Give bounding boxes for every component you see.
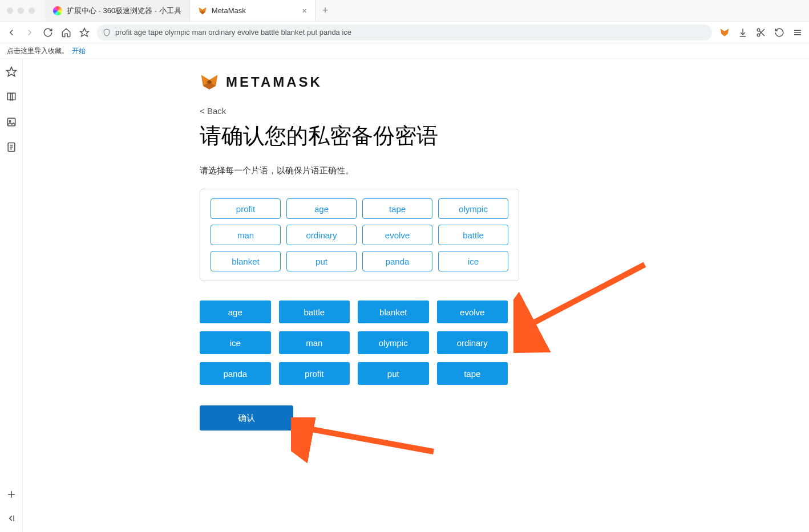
browser-toolbar: profit age tape olympic man ordinary evo… — [0, 22, 809, 43]
pool-word-button[interactable]: evolve — [437, 300, 508, 323]
notes-icon[interactable] — [6, 141, 17, 153]
tab-favicon-icon — [198, 6, 207, 15]
tab-title: 扩展中心 - 360极速浏览器 - 小工具 — [67, 6, 181, 16]
window-controls — [0, 7, 35, 14]
seed-chip[interactable]: blanket — [211, 251, 281, 271]
confirm-button[interactable]: 确认 — [200, 405, 293, 431]
tab-title: MetaMask — [212, 6, 294, 15]
browser-sidebar — [0, 59, 23, 532]
pool-word-button[interactable]: put — [358, 362, 429, 385]
reload-button[interactable] — [42, 27, 54, 38]
back-button[interactable] — [6, 27, 17, 38]
seed-chip[interactable]: evolve — [362, 225, 432, 245]
scissors-icon[interactable] — [755, 27, 767, 38]
pool-word-button[interactable]: blanket — [358, 300, 429, 323]
svg-rect-12 — [7, 118, 15, 125]
svg-line-27 — [302, 428, 434, 452]
address-bar[interactable]: profit age tape olympic man ordinary evo… — [97, 25, 712, 40]
fox-icon — [200, 73, 219, 91]
back-link[interactable]: < Back — [200, 106, 519, 116]
tab-strip: 扩展中心 - 360极速浏览器 - 小工具 MetaMask × + — [45, 0, 335, 21]
svg-marker-3 — [721, 29, 729, 36]
import-hint-text: 点击这里导入收藏。 — [7, 46, 68, 56]
svg-marker-11 — [6, 67, 16, 76]
maximize-window-button[interactable] — [29, 7, 35, 14]
pool-word-button[interactable]: ordinary — [437, 331, 508, 354]
undo-icon[interactable] — [774, 27, 785, 38]
seed-chip[interactable]: ordinary — [286, 225, 357, 245]
address-text: profit age tape olympic man ordinary evo… — [115, 28, 351, 36]
pool-word-button[interactable]: profit — [279, 362, 350, 385]
word-pool: age battle blanket evolve ice man olympi… — [200, 300, 508, 385]
pool-word-button[interactable]: age — [200, 300, 271, 323]
collapse-sidebar-icon[interactable] — [6, 513, 17, 524]
forward-button[interactable] — [24, 27, 35, 38]
page-content: METAMASK < Back 请确认您的私密备份密语 请选择每一个片语，以确保… — [23, 59, 809, 532]
pool-word-button[interactable]: ice — [200, 331, 271, 354]
tab-favicon-icon — [53, 6, 62, 15]
tab-metamask[interactable]: MetaMask × — [190, 0, 315, 21]
annotation-arrow-icon — [513, 259, 650, 390]
pool-word-button[interactable]: battle — [279, 300, 350, 323]
site-identity-icon — [103, 29, 111, 36]
seed-chip[interactable]: olympic — [438, 198, 508, 219]
new-tab-button[interactable]: + — [315, 0, 335, 21]
window-title-bar: 扩展中心 - 360极速浏览器 - 小工具 MetaMask × + — [0, 0, 809, 22]
reading-list-icon[interactable] — [6, 91, 17, 103]
import-start-link[interactable]: 开始 — [72, 46, 86, 56]
home-button[interactable] — [60, 27, 72, 38]
tab-extension-center[interactable]: 扩展中心 - 360极速浏览器 - 小工具 — [45, 0, 190, 21]
seed-chip[interactable]: battle — [438, 225, 508, 245]
svg-point-4 — [757, 29, 760, 31]
pool-word-button[interactable]: panda — [200, 362, 271, 385]
seed-chip[interactable]: put — [286, 251, 357, 271]
svg-line-25 — [525, 265, 645, 327]
svg-point-13 — [9, 120, 11, 122]
pool-word-button[interactable]: man — [279, 331, 350, 354]
minimize-window-button[interactable] — [18, 7, 24, 14]
close-window-button[interactable] — [7, 7, 13, 14]
brand-text: METAMASK — [226, 74, 322, 90]
page-subtitle: 请选择每一个片语，以确保片语正确性。 — [200, 165, 519, 176]
extension-metamask-icon[interactable] — [719, 27, 730, 38]
add-panel-icon[interactable] — [6, 489, 17, 500]
svg-marker-2 — [80, 28, 89, 36]
pool-word-button[interactable]: tape — [437, 362, 508, 385]
metamask-logo: METAMASK — [200, 73, 519, 91]
seed-chip[interactable]: tape — [362, 198, 432, 219]
favorites-icon[interactable] — [6, 66, 17, 78]
bookmark-button[interactable] — [79, 27, 90, 38]
selected-seed-words-box: profit age tape olympic man ordinary evo… — [200, 189, 519, 281]
menu-button[interactable] — [792, 27, 803, 38]
download-button[interactable] — [737, 27, 749, 38]
seed-chip[interactable]: panda — [362, 251, 432, 271]
page-title: 请确认您的私密备份密语 — [200, 121, 519, 151]
gallery-icon[interactable] — [6, 116, 17, 128]
svg-point-5 — [757, 34, 760, 36]
seed-chip[interactable]: man — [211, 225, 281, 245]
bookmark-import-bar: 点击这里导入收藏。 开始 — [0, 43, 809, 59]
close-tab-icon[interactable]: × — [302, 6, 307, 15]
seed-chip[interactable]: profit — [211, 198, 281, 219]
seed-chip[interactable]: age — [286, 198, 357, 219]
pool-word-button[interactable]: olympic — [358, 331, 429, 354]
seed-chip[interactable]: ice — [438, 251, 508, 271]
